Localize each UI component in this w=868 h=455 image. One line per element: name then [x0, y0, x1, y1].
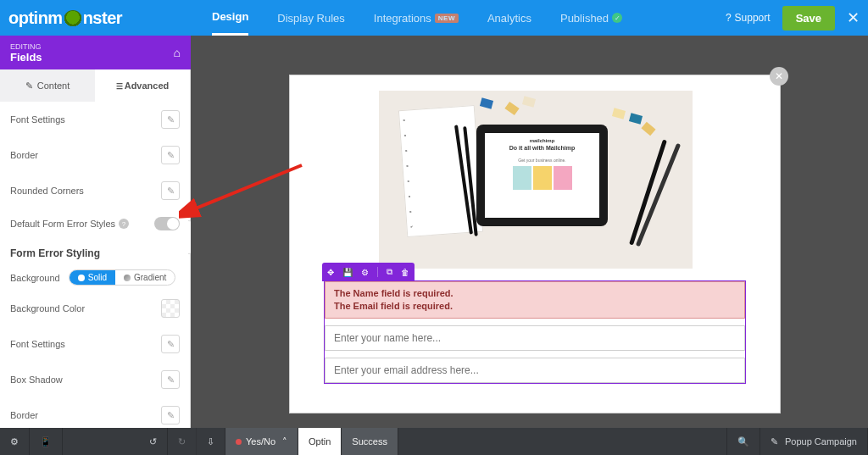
swatch-chip — [504, 102, 519, 115]
edit-border-2-button[interactable] — [161, 406, 180, 424]
settings-icon[interactable]: ⚙ — [361, 268, 369, 277]
edit-font-settings-button[interactable] — [161, 110, 180, 129]
divider — [377, 267, 378, 277]
top-nav: optinm nster Design Display Rules Integr… — [0, 0, 868, 36]
section-form-error-styling: Form Error Styling — [0, 239, 190, 264]
hero-image: mailchimp Do it all with Mailchimp Get y… — [379, 91, 693, 269]
background-mode-solid[interactable]: Solid — [70, 270, 115, 285]
row-font-settings: Font Settings — [0, 102, 190, 137]
pencil-icon — [771, 436, 778, 447]
badge-new: NEW — [435, 14, 459, 23]
background-color-swatch[interactable] — [161, 299, 180, 318]
row-border-2: Border — [0, 397, 190, 428]
row-label: Font Settings — [10, 339, 65, 349]
row-label: Border — [10, 150, 38, 160]
row-rounded-corners: Rounded Corners — [0, 173, 190, 208]
error-line-name: The Name field is required. — [334, 287, 736, 300]
tab-content[interactable]: Content — [0, 69, 95, 102]
seg-label: Solid — [88, 273, 107, 282]
background-mode-gradient[interactable]: Gradient — [115, 270, 175, 285]
email-input[interactable] — [325, 358, 745, 383]
left-panel: Content Advanced Font Settings Border Ro… — [0, 69, 191, 428]
campaign-type-label: Popup Campaign — [785, 436, 857, 447]
edit-font-settings-2-button[interactable] — [161, 335, 180, 353]
mailchimp-logo: mailchimp — [485, 138, 599, 143]
campaign-type[interactable]: Popup Campaign — [760, 428, 868, 455]
swatch-chip — [522, 96, 536, 107]
save-block-icon[interactable]: 💾 — [342, 268, 353, 277]
close-icon[interactable]: ✕ — [847, 8, 860, 27]
preview-close-icon[interactable]: ✕ — [770, 67, 788, 86]
editing-title: Fields — [10, 51, 42, 64]
bottom-bar: ⚙ 📱 ↺ ↻ ⇩ Yes/No ˄ Optin Success 🔍 Popup… — [0, 428, 868, 455]
background-mode-segment: Solid Gradient — [69, 269, 176, 286]
nav-integrations-label: Integrations — [374, 12, 431, 25]
editing-header: EDITING Fields ⌂ — [0, 36, 191, 69]
row-label: Box Shadow — [10, 375, 63, 385]
redo-icon[interactable]: ↻ — [168, 428, 197, 455]
nav-tabs: Design Display Rules Integrations NEW An… — [153, 0, 622, 36]
top-right-controls: ? Support Save ✕ — [726, 6, 868, 31]
support-label: Support — [735, 12, 771, 24]
tablet-screen: mailchimp Do it all with Mailchimp Get y… — [485, 133, 599, 218]
settings-gear-icon[interactable]: ⚙ — [0, 428, 30, 455]
nav-analytics[interactable]: Analytics — [487, 0, 531, 36]
move-icon[interactable]: ✥ — [327, 268, 334, 277]
tab-advanced[interactable]: Advanced — [95, 69, 190, 102]
export-icon[interactable]: ⇩ — [197, 428, 225, 455]
form-block[interactable]: ✥ 💾 ⚙ ⧉ 🗑 The Name field is required. Th… — [324, 280, 746, 384]
status-dot-icon — [236, 439, 242, 445]
edit-rounded-corners-button[interactable] — [161, 181, 180, 200]
check-icon: ✓ — [612, 13, 622, 23]
nav-display-rules[interactable]: Display Rules — [277, 0, 344, 36]
mailchimp-thumbs — [485, 166, 599, 190]
row-label: Rounded Corners — [10, 186, 84, 196]
bottom-spacer — [398, 428, 727, 455]
panel-scroll[interactable]: Font Settings Border Rounded Corners Def… — [0, 102, 190, 428]
swatch-chip — [612, 108, 626, 119]
selected-block-outline: The Name field is required. The Email fi… — [324, 280, 746, 384]
monster-icon — [64, 10, 82, 29]
editing-eyebrow: EDITING — [10, 42, 42, 51]
mobile-preview-icon[interactable]: 📱 — [30, 428, 63, 455]
brand-logo: optinm nster — [0, 8, 153, 28]
view-success[interactable]: Success — [342, 428, 398, 455]
save-button[interactable]: Save — [782, 6, 835, 31]
row-default-form-error-styles: Default Form Error Styles ? — [0, 208, 190, 239]
view-yesno[interactable]: Yes/No ˄ — [225, 428, 298, 455]
edit-border-button[interactable] — [161, 146, 180, 164]
row-font-settings-2: Font Settings — [0, 326, 190, 362]
row-label: Background Color — [10, 303, 85, 314]
nav-design[interactable]: Design — [212, 0, 248, 36]
panel-tabs: Content Advanced — [0, 69, 190, 102]
nav-integrations[interactable]: Integrations NEW — [374, 0, 459, 36]
undo-icon[interactable]: ↺ — [139, 428, 168, 455]
tab-advanced-label: Advanced — [125, 80, 170, 91]
row-background-color: Background Color — [0, 291, 190, 326]
duplicate-icon[interactable]: ⧉ — [387, 267, 392, 277]
row-label: Font Settings — [10, 114, 65, 125]
canvas: ✕ mailchimp Do it all with Mailchimp Get… — [191, 36, 868, 428]
error-line-email: The Email field is required. — [334, 300, 736, 313]
tab-content-label: Content — [37, 80, 70, 91]
default-error-styles-toggle[interactable] — [154, 217, 180, 230]
search-icon[interactable]: 🔍 — [727, 428, 760, 455]
dot-icon — [78, 275, 85, 281]
chevron-up-icon: ˄ — [282, 436, 287, 447]
row-box-shadow: Box Shadow — [0, 362, 190, 397]
help-tooltip-icon[interactable]: ? — [119, 219, 129, 229]
row-label: Background — [10, 273, 60, 283]
view-label: Yes/No — [246, 436, 275, 447]
name-input[interactable] — [325, 325, 745, 351]
nav-published[interactable]: Published ✓ — [560, 0, 622, 36]
delete-icon[interactable]: 🗑 — [401, 268, 409, 277]
swatch-chip — [480, 97, 493, 108]
seg-label: Gradient — [134, 273, 166, 282]
nav-published-label: Published — [560, 12, 609, 25]
edit-box-shadow-button[interactable] — [161, 370, 180, 389]
popup-preview[interactable]: ✕ mailchimp Do it all with Mailchimp Get… — [289, 75, 781, 413]
support-link[interactable]: ? Support — [726, 12, 771, 24]
row-label: Border — [10, 410, 38, 420]
view-optin[interactable]: Optin — [298, 428, 342, 455]
home-icon[interactable]: ⌂ — [174, 46, 181, 59]
